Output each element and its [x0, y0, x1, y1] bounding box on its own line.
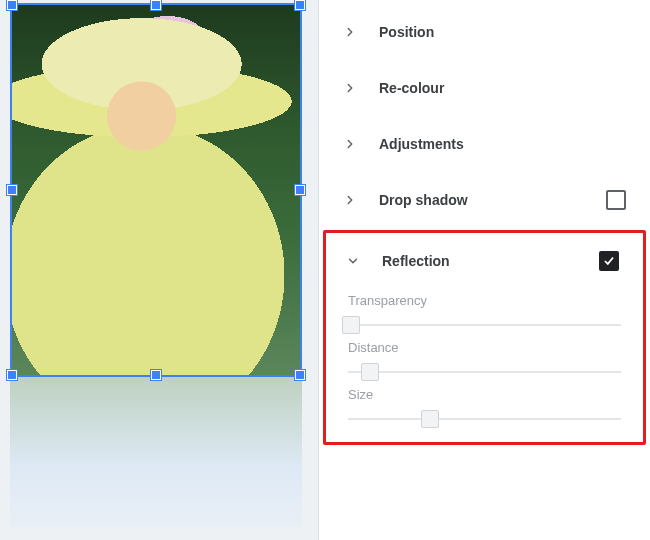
resize-handle-e[interactable]	[295, 185, 305, 195]
section-reflection-label: Reflection	[382, 253, 450, 269]
section-adjustments-label: Adjustments	[379, 136, 464, 152]
section-recolour-label: Re-colour	[379, 80, 444, 96]
reflection-size-slider[interactable]	[348, 408, 621, 430]
section-drop-shadow-label: Drop shadow	[379, 192, 468, 208]
resize-handle-se[interactable]	[295, 370, 305, 380]
reflection-checkbox[interactable]	[599, 251, 619, 271]
reflection-size-row: Size	[326, 387, 643, 430]
reflection-transparency-label: Transparency	[348, 293, 621, 308]
canvas-pane[interactable]	[0, 0, 318, 540]
resize-handle-nw[interactable]	[7, 0, 17, 10]
slider-thumb[interactable]	[361, 363, 379, 381]
reflection-distance-slider[interactable]	[348, 361, 621, 383]
resize-handle-ne[interactable]	[295, 0, 305, 10]
chevron-right-icon	[339, 133, 361, 155]
slider-thumb[interactable]	[342, 316, 360, 334]
resize-handle-n[interactable]	[151, 0, 161, 10]
image-content	[12, 5, 300, 375]
section-position[interactable]: Position	[319, 4, 650, 60]
reflection-distance-row: Distance	[326, 340, 643, 383]
image-reflection-preview	[10, 377, 302, 527]
reflection-size-label: Size	[348, 387, 621, 402]
resize-handle-sw[interactable]	[7, 370, 17, 380]
reflection-transparency-row: Transparency	[326, 293, 643, 336]
section-reflection[interactable]: Reflection	[326, 233, 643, 289]
selected-image[interactable]	[10, 3, 302, 377]
section-position-label: Position	[379, 24, 434, 40]
reflection-transparency-slider[interactable]	[348, 314, 621, 336]
section-recolour[interactable]: Re-colour	[319, 60, 650, 116]
chevron-right-icon	[339, 21, 361, 43]
chevron-down-icon	[342, 250, 364, 272]
resize-handle-w[interactable]	[7, 185, 17, 195]
section-drop-shadow[interactable]: Drop shadow	[319, 172, 650, 228]
section-reflection-group: Reflection Transparency Distance	[323, 230, 646, 445]
chevron-right-icon	[339, 77, 361, 99]
resize-handle-s[interactable]	[151, 370, 161, 380]
reflection-distance-label: Distance	[348, 340, 621, 355]
app-root: Position Re-colour Adjustments Drop shad…	[0, 0, 650, 540]
section-adjustments[interactable]: Adjustments	[319, 116, 650, 172]
slider-thumb[interactable]	[421, 410, 439, 428]
chevron-right-icon	[339, 189, 361, 211]
format-options-panel: Position Re-colour Adjustments Drop shad…	[318, 0, 650, 540]
drop-shadow-checkbox[interactable]	[606, 190, 626, 210]
